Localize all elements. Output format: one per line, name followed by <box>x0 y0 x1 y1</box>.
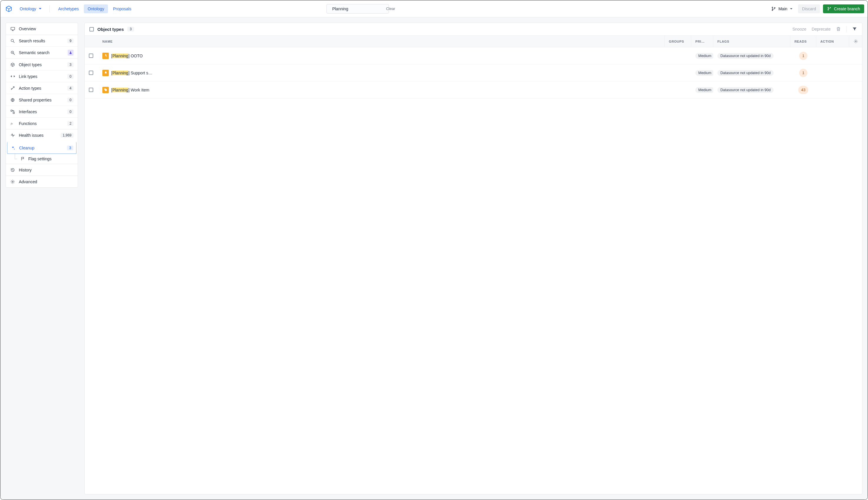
sidebar-item-label: Object types <box>19 62 64 67</box>
count-badge: 0 <box>67 110 73 114</box>
tab-ontology[interactable]: Ontology <box>84 4 108 13</box>
sidebar-item-functions[interactable]: fx Functions 2 <box>6 117 78 129</box>
sidebar-item-interfaces[interactable]: Interfaces 0 <box>6 105 78 117</box>
cube-icon <box>5 5 13 13</box>
sidebar-item-cleanup[interactable]: Cleanup 3 <box>6 141 78 154</box>
row-name: [Planning] Work Item <box>111 88 149 92</box>
table-row[interactable]: [Planning] OOTO Medium Datasource not up… <box>85 47 862 65</box>
divider <box>49 5 50 12</box>
branch-icon <box>771 7 776 11</box>
delete-button[interactable] <box>836 26 841 32</box>
sidebar-item-shared-properties[interactable]: Shared properties 0 <box>6 94 78 105</box>
column-priority[interactable]: PRI… <box>691 36 713 47</box>
row-checkbox[interactable] <box>89 71 93 75</box>
count-badge: 3 <box>67 62 73 67</box>
trash-icon <box>836 26 841 32</box>
branch-label: Main <box>778 7 787 11</box>
sidebar-subitem-flag-settings[interactable]: Flag settings <box>6 154 78 164</box>
sidebar-item-semantic-search[interactable]: Semantic search <box>6 46 78 58</box>
priority-tag: Medium <box>695 70 713 76</box>
discard-button: Discard <box>798 4 820 13</box>
column-groups[interactable]: GROUPS <box>665 36 691 47</box>
column-reads[interactable]: READS <box>790 36 816 47</box>
tag-icon <box>104 88 108 92</box>
sidebar: Overview Search results 9 Semantic searc… <box>5 23 78 188</box>
divider <box>846 26 847 32</box>
deprecate-button[interactable]: Deprecate <box>812 27 831 32</box>
sidebar-item-label: History <box>19 168 73 172</box>
svg-point-2 <box>772 7 773 8</box>
sidebar-item-overview[interactable]: Overview <box>6 23 78 35</box>
object-type-icon <box>102 53 109 59</box>
chevron-down-icon <box>38 7 42 10</box>
table-header: NAME GROUPS PRI… FLAGS READS ACTION <box>85 36 862 47</box>
row-name: [Planning] Support s… <box>111 71 152 75</box>
count-badge: 2 <box>67 121 73 126</box>
row-checkbox[interactable] <box>89 54 93 58</box>
interface-icon <box>10 109 15 114</box>
sidebar-item-search-results[interactable]: Search results 9 <box>6 35 78 46</box>
row-checkbox[interactable] <box>89 88 93 92</box>
tab-archetypes[interactable]: Archetypes <box>54 4 83 13</box>
sidebar-item-label: Flag settings <box>28 157 52 161</box>
sparkle-icon <box>10 145 15 151</box>
flag-tag: Datasource not updated in 90d <box>717 53 774 59</box>
column-name[interactable]: NAME <box>98 36 665 47</box>
app-logo <box>4 4 14 14</box>
count-badge: 0 <box>67 98 73 102</box>
search-icon <box>10 38 15 44</box>
sidebar-item-action-types[interactable]: Action types 4 <box>6 82 78 94</box>
priority-tag: Medium <box>695 53 713 59</box>
svg-point-17 <box>12 181 13 182</box>
reads-badge: 1 <box>799 69 808 77</box>
main-panel: Object types 3 Snooze Deprecate NAME <box>84 23 863 495</box>
action-icon <box>10 86 15 91</box>
table-row[interactable]: [Planning] Support s… Medium Datasource … <box>85 65 862 81</box>
reads-badge: 1 <box>799 52 808 60</box>
function-icon: fx <box>10 121 15 126</box>
bell-icon <box>104 71 108 75</box>
object-type-icon <box>102 70 109 76</box>
sidebar-item-label: Cleanup <box>19 146 64 150</box>
semantic-search-icon <box>10 50 15 55</box>
column-flags[interactable]: FLAGS <box>713 36 790 47</box>
sidebar-item-history[interactable]: History <box>6 164 78 175</box>
sidebar-item-advanced[interactable]: Advanced <box>6 175 78 188</box>
svg-line-11 <box>13 53 14 54</box>
branch-selector[interactable]: Main <box>769 5 795 13</box>
search-clear[interactable]: Clear <box>386 7 395 11</box>
select-all-checkbox[interactable] <box>89 27 94 32</box>
svg-rect-14 <box>11 110 12 112</box>
sidebar-item-object-types[interactable]: Object types 3 <box>6 58 78 70</box>
sidebar-item-label: Search results <box>19 38 64 43</box>
tab-proposals[interactable]: Proposals <box>109 4 135 13</box>
svg-rect-7 <box>11 27 15 30</box>
panel-title: Object types <box>98 27 124 32</box>
column-action[interactable]: ACTION <box>816 36 849 47</box>
svg-point-8 <box>11 39 13 42</box>
count-badge: 9 <box>67 38 73 43</box>
sidebar-item-label: Shared properties <box>19 98 64 102</box>
project-dropdown[interactable]: Ontology <box>17 5 45 13</box>
flag-icon <box>21 157 25 161</box>
sidebar-item-label: Semantic search <box>19 50 64 55</box>
filter-icon <box>852 26 857 32</box>
top-bar: Ontology Archetypes Ontology Proposals C… <box>0 0 868 18</box>
sidebar-item-health-issues[interactable]: Health issues 1,969 <box>6 129 78 141</box>
search-box[interactable]: Clear <box>327 4 389 13</box>
svg-point-5 <box>828 7 829 8</box>
create-branch-button[interactable]: Create branch <box>823 4 864 13</box>
column-settings[interactable] <box>849 39 862 44</box>
svg-point-18 <box>855 41 856 42</box>
snooze-button[interactable]: Snooze <box>792 27 806 32</box>
sidebar-item-label: Advanced <box>19 179 73 184</box>
cube-icon <box>10 62 15 67</box>
priority-tag: Medium <box>695 87 713 93</box>
search-input[interactable] <box>332 7 384 11</box>
link-icon <box>10 74 15 79</box>
filter-button[interactable] <box>852 26 857 32</box>
globe-icon <box>10 97 15 103</box>
gear-icon <box>854 39 858 44</box>
sidebar-item-link-types[interactable]: Link types 0 <box>6 70 78 82</box>
table-row[interactable]: [Planning] Work Item Medium Datasource n… <box>85 81 862 99</box>
